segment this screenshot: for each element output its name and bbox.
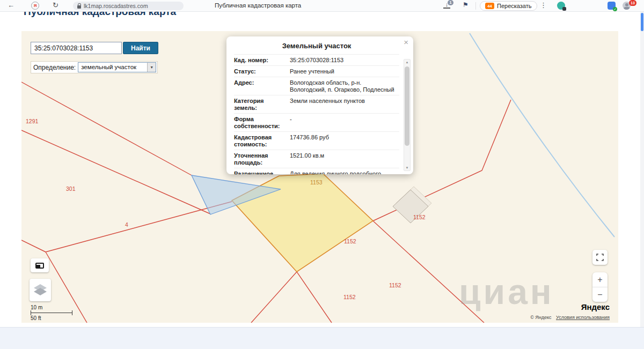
reload-button[interactable]: ↻ — [53, 1, 58, 9]
object-type-select[interactable]: земельный участок ▼ — [78, 62, 156, 72]
divider — [475, 2, 476, 10]
fullscreen-button[interactable] — [592, 250, 608, 265]
back-button[interactable]: ← — [8, 1, 14, 9]
search-input[interactable] — [31, 42, 122, 54]
search-button[interactable]: Найти — [123, 42, 158, 54]
table-row: Кад. номер: 35:25:0703028:1153 — [234, 55, 399, 66]
page-scrollbar-thumb[interactable] — [641, 13, 643, 31]
scrollbar-thumb[interactable] — [405, 66, 409, 146]
scale-feet: 50 ft — [31, 315, 72, 321]
parcel-label: 1152 — [343, 294, 356, 300]
table-row: Форма собственности: - — [234, 114, 399, 132]
screen: Публичная кадастровая карта — [0, 0, 644, 349]
scroll-down-icon[interactable]: ▼ — [404, 166, 410, 169]
row-label: Уточненная площадь: — [234, 152, 286, 166]
url-text: lk1map.roscadastres.com — [84, 3, 148, 9]
popup-scrollbar[interactable]: ▲ ▼ — [404, 59, 411, 171]
downloads-badge: 1 — [448, 0, 453, 5]
row-value: Вологодская область, р-н. Вологодский, п… — [286, 79, 399, 93]
parcel-label: 4 — [125, 221, 128, 228]
table-row: Уточненная площадь: 1521.00 кв.м — [234, 150, 399, 168]
scale-meters: 10 m — [31, 305, 72, 310]
gpt-icon: 44 — [485, 3, 494, 9]
row-label: Категория земель: — [234, 98, 286, 112]
page-scrollbar[interactable] — [640, 12, 644, 327]
browser-chrome: ← Я ↻ lk1map.roscadastres.com Публичная … — [0, 0, 644, 12]
popup-table: Кад. номер: 35:25:0703028:1153 Статус: Р… — [234, 54, 399, 174]
filter-label: Определение: — [33, 64, 76, 71]
minimap-button[interactable] — [31, 258, 49, 272]
row-label: Адрес: — [234, 79, 286, 93]
terms-link[interactable]: Условия использования — [556, 315, 610, 320]
minimap-icon — [35, 263, 44, 269]
row-value: Ранее учтенный — [286, 68, 399, 75]
menu-dots-icon[interactable]: ⋮ — [540, 1, 547, 9]
row-value: Земли населенных пунктов — [286, 98, 399, 112]
parcel-info-popup: × Земельный участок Кад. номер: 35:25:07… — [226, 36, 413, 174]
summarize-button[interactable]: 44 Пересказать — [480, 1, 537, 11]
address-bar[interactable]: lk1map.roscadastres.com — [73, 2, 184, 10]
layers-button[interactable] — [30, 279, 51, 301]
parcel-label: 1152 — [389, 282, 401, 288]
row-label: Разрешенное — [234, 170, 286, 174]
profile-badge: 13 — [629, 0, 636, 6]
fullscreen-icon — [596, 254, 604, 261]
windows-taskbar: Я 64 Y W — [0, 327, 644, 349]
row-label: Кадастровая стоимость: — [234, 134, 286, 148]
bookmark-flag-icon[interactable]: ⚑ — [463, 1, 469, 9]
summarize-label: Пересказать — [497, 3, 532, 9]
filter-panel: Определение: земельный участок ▼ — [31, 61, 158, 73]
chevron-down-icon: ▼ — [147, 63, 156, 72]
row-label: Форма собственности: — [234, 116, 286, 130]
row-value: Для ведения личного подсобного — [286, 170, 399, 174]
layers-icon — [33, 283, 48, 297]
row-value: 1521.00 кв.м — [286, 152, 399, 166]
table-row: Категория земель: Земли населенных пункт… — [234, 95, 399, 114]
yandex-button[interactable]: Я — [31, 2, 39, 10]
row-value: - — [286, 116, 399, 130]
table-row: Кадастровая стоимость: 174736.86 руб — [234, 132, 399, 150]
object-type-value: земельный участок — [81, 64, 136, 70]
check-badge-icon: ✓ — [613, 7, 617, 11]
zoom-controls: + − — [592, 272, 608, 302]
parcel-label: 1291 — [26, 118, 38, 124]
scale-line — [31, 310, 72, 315]
copyright-text: © Яндекс — [530, 315, 551, 320]
zoom-out-button[interactable]: − — [592, 287, 608, 302]
zoom-in-button[interactable]: + — [592, 272, 608, 287]
parcel-label-selected: 1153 — [310, 179, 323, 185]
popup-title: Земельный участок — [234, 42, 399, 50]
search-panel: Найти — [31, 42, 158, 54]
row-value: 174736.86 руб — [286, 134, 399, 148]
extension-icon-2[interactable]: ✓ — [608, 2, 616, 10]
table-row: Разрешенное Для ведения личного подсобно… — [234, 168, 399, 174]
close-icon[interactable]: × — [404, 38, 408, 46]
map-attribution: © Яндекс Условия использования — [530, 315, 610, 320]
row-value: 35:25:0703028:1153 — [286, 57, 399, 64]
table-row: Адрес: Вологодская область, р-н. Вологод… — [234, 77, 399, 95]
cian-watermark: циан — [459, 271, 554, 312]
tab-title: Публичная кадастровая карта — [215, 2, 301, 9]
building-footprint — [393, 187, 431, 223]
scroll-up-icon[interactable]: ▲ — [404, 61, 410, 64]
parcel-label: 1152 — [344, 238, 356, 244]
parcel-label: 301 — [66, 185, 76, 192]
extension-badge — [562, 7, 566, 11]
yandex-logo: Яндекс — [581, 302, 610, 311]
row-label: Статус: — [234, 68, 286, 75]
scale-bar: 10 m 50 ft — [31, 305, 72, 321]
extension-icon-1[interactable] — [557, 2, 565, 10]
lock-icon — [77, 5, 81, 9]
row-label: Кад. номер: — [234, 57, 286, 64]
table-row: Статус: Ранее учтенный — [234, 66, 399, 77]
parcel-label: 1152 — [413, 214, 426, 220]
river-line — [470, 33, 614, 237]
